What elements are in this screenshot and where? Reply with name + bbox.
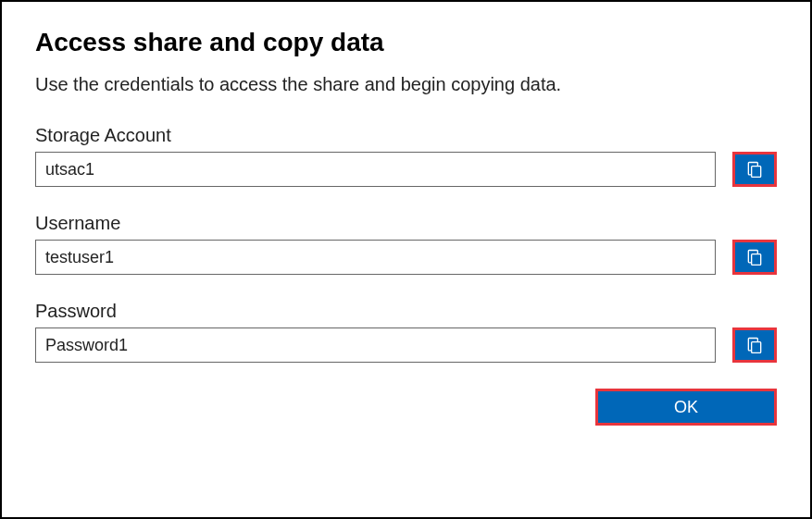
copy-icon [745,160,764,179]
username-row [35,240,777,275]
username-label: Username [35,213,777,234]
storage-account-group: Storage Account [35,125,777,187]
username-input[interactable] [35,240,716,275]
password-input[interactable] [35,327,716,363]
svg-rect-2 [752,342,761,353]
copy-icon [745,336,764,354]
dialog-title: Access share and copy data [35,28,777,57]
password-group: Password [35,301,777,363]
svg-rect-0 [752,167,761,178]
username-group: Username [35,213,777,275]
ok-button[interactable]: OK [595,389,777,426]
storage-account-label: Storage Account [35,125,777,146]
storage-account-row [35,152,777,187]
password-row [35,327,777,363]
storage-account-input[interactable] [35,152,716,187]
svg-rect-1 [752,254,761,266]
dialog-footer: OK [35,389,777,426]
copy-password-button[interactable] [732,327,777,363]
copy-storage-account-button[interactable] [732,152,777,187]
password-label: Password [35,301,777,322]
copy-icon [745,248,764,266]
copy-username-button[interactable] [732,240,777,275]
dialog-description: Use the credentials to access the share … [35,74,777,95]
